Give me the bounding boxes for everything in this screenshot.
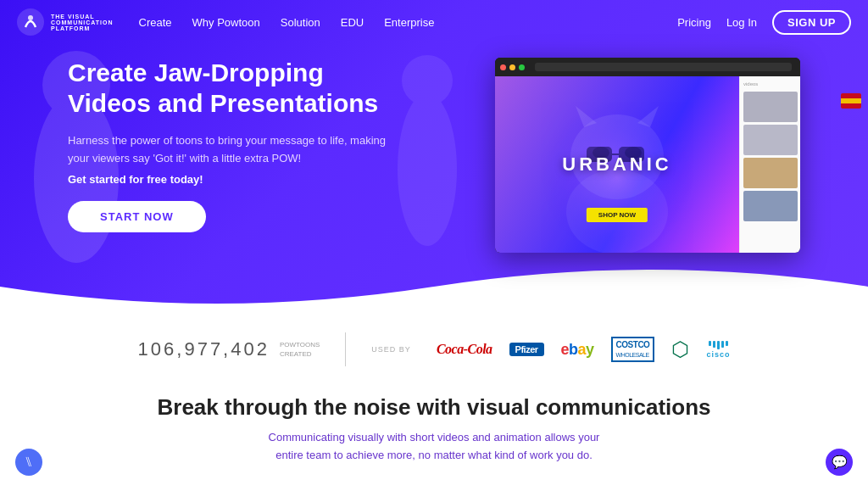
stats-group: 106,977,402 POWTOONS CREATED (138, 338, 320, 360)
nav-links: Create Why Powtoon Solution EDU Enterpri… (139, 16, 678, 29)
screen-main-area: URBANIC SHOP NOW (495, 76, 739, 253)
toolbar-dot-green (519, 64, 525, 70)
nav-create[interactable]: Create (139, 16, 172, 29)
stats-label-group: POWTOONS CREATED (280, 340, 320, 359)
hero-subtitle: Harness the power of toons to bring your… (68, 132, 390, 168)
hero-content: Create Jaw-Dropping Videos and Presentat… (68, 58, 390, 232)
nav-edu[interactable]: EDU (341, 16, 364, 29)
hero-bg-shapes-right (376, 34, 478, 254)
bottom-section: Break through the noise with visual comm… (0, 394, 868, 465)
hero-title: Create Jaw-Dropping Videos and Presentat… (68, 58, 390, 119)
bottom-title: Break through the noise with visual comm… (0, 394, 868, 421)
toolbar-dot-yellow (509, 64, 515, 70)
screen-inner: URBANIC SHOP NOW videos (495, 76, 800, 253)
sidebar-thumb-3 (743, 158, 798, 188)
nav-signup-button[interactable]: SIGN UP (772, 10, 851, 35)
svg-point-4 (398, 93, 457, 246)
navbar: THE VISUAL COMMUNICATION PLATFORM Create… (0, 0, 868, 44)
brand-starbucks: ⬡ (671, 338, 689, 361)
chat-button[interactable]: 💬 (826, 449, 853, 476)
nav-pricing[interactable]: Pricing (677, 16, 711, 29)
stats-bar: 106,977,402 POWTOONS CREATED USED BY Coc… (0, 332, 868, 366)
nav-why-powtoon[interactable]: Why Powtoon (192, 16, 260, 29)
powtoons-count: 106,977,402 (138, 338, 270, 360)
hero-start-button[interactable]: START NOW (68, 201, 206, 232)
nav-login[interactable]: Log In (726, 16, 757, 29)
stats-used-by: USED BY (371, 345, 411, 354)
screen-sidebar: videos (739, 76, 800, 253)
powtoon-logo-icon (17, 8, 44, 36)
logo[interactable]: THE VISUAL COMMUNICATION PLATFORM (17, 8, 114, 36)
stats-divider (345, 332, 346, 366)
nav-enterprise[interactable]: Enterprise (384, 16, 434, 29)
toolbar-dot-red (500, 64, 506, 70)
svg-point-1 (28, 15, 33, 20)
screen-toolbar (495, 58, 800, 76)
sidebar-thumb-4 (743, 191, 798, 221)
bottom-subtitle: Communicating visually with short videos… (256, 429, 612, 465)
flag-stripe-bottom (841, 103, 861, 109)
chat-icon: 💬 (832, 455, 848, 470)
logo-text: THE VISUAL COMMUNICATION PLATFORM (51, 14, 114, 31)
hero-screen-mockup: URBANIC SHOP NOW videos (495, 58, 800, 253)
screen-shop-button: SHOP NOW (587, 208, 648, 222)
brand-ebay: ebay (561, 341, 594, 359)
stats-label-line1: POWTOONS (280, 340, 320, 349)
brand-cisco: cisco (706, 341, 730, 359)
svg-point-5 (402, 55, 453, 106)
brand-costco: COSTCOWHOLESALE (611, 337, 655, 362)
nav-solution[interactable]: Solution (281, 16, 320, 29)
stats-label-line2: CREATED (280, 349, 320, 359)
brand-coca-cola: Coca-Cola (437, 342, 492, 357)
language-flag[interactable] (841, 93, 861, 109)
sidebar-thumb-1 (743, 92, 798, 122)
hero-cta-text: Get started for free today! (68, 173, 390, 186)
sidebar-label: videos (743, 81, 797, 86)
nav-right: Pricing Log In SIGN UP (677, 10, 851, 35)
accessibility-button[interactable]: ⑊ (15, 449, 42, 476)
wave-divider (0, 246, 868, 314)
brand-pfizer: Pfizer (509, 343, 544, 356)
brand-logos: Coca-Cola Pfizer ebay COSTCOWHOLESALE ⬡ … (437, 337, 731, 362)
toolbar-url-bar (535, 63, 792, 71)
accessibility-icon: ⑊ (25, 455, 33, 470)
screen-brand-text: URBANIC (562, 153, 671, 176)
sidebar-thumb-2 (743, 125, 798, 155)
